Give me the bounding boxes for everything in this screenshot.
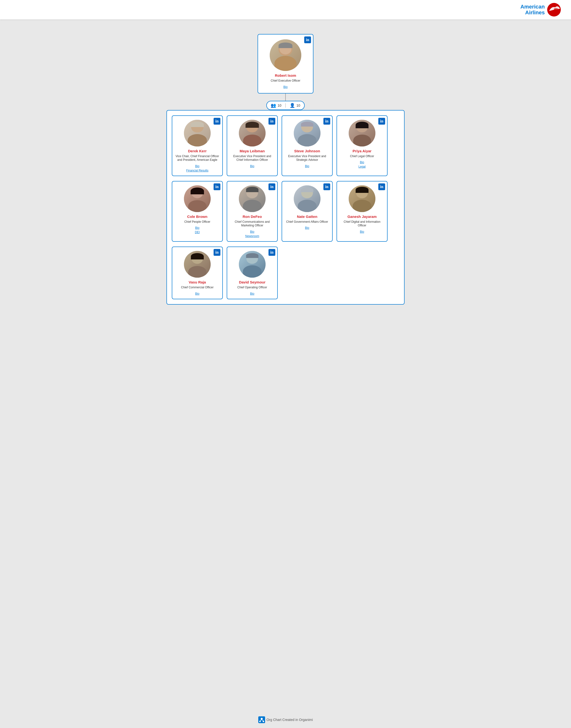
direct-reports-icon: 👥 [271,103,276,108]
title-derek: Vice Chair, Chief Financial Officer and … [175,154,219,162]
bio-link-cole[interactable]: Bio [195,226,199,230]
bio-link-nate[interactable]: Bio [305,226,309,230]
title-priya: Chief Legal Officer [350,154,374,158]
stats-divider [285,103,286,108]
name-ron: Ron DeFeo [242,215,262,219]
avatar-img-nate [294,185,321,212]
title-david: Chief Operating Officer [237,286,267,289]
name-robert: Robert Isom [275,73,296,78]
bio-link-robert[interactable]: Bio [283,85,288,89]
bio-link-steve[interactable]: Bio [305,164,309,168]
avatar-steve [294,120,321,146]
brand-logo: American Airlines [521,2,561,17]
card-cole: in Cole Brown Chief People Officer Bio D… [172,181,223,242]
title-ron: Chief Communications and Marketing Offic… [230,220,274,228]
rows-container: in Derek Kerr Vice Chair, Chief Financia… [166,110,405,305]
avatar-img-david [239,251,265,278]
top-person-card: in Robert Isom Chief Executive Officer B… [257,34,314,94]
bio-link-derek[interactable]: Bio [195,164,199,168]
org-chart: in Robert Isom Chief Executive Officer B… [0,19,571,334]
linkedin-badge-david[interactable]: in [268,249,275,256]
row-2: in Cole Brown Chief People Officer Bio D… [172,181,399,242]
svg-point-3 [259,721,261,722]
bio-link-ron[interactable]: Bio [250,230,254,233]
aa-logo-icon [547,2,561,17]
newsroom-link-ron[interactable]: Newsroom [245,234,259,238]
total-reports-count: 10 [297,104,300,107]
top-section: in Robert Isom Chief Executive Officer B… [257,34,314,110]
name-cole: Cole Brown [187,215,207,219]
organimi-logo-icon [258,716,265,723]
avatar-nate [294,185,321,212]
dei-link-cole[interactable]: DEI [195,231,200,234]
card-vasu: in Vasu Raja Chief Commercial Officer Bi… [172,247,223,299]
title-vasu: Chief Commercial Officer [181,286,214,289]
avatar-cole [184,185,211,212]
linkedin-badge-vasu[interactable]: in [214,249,220,256]
direct-reports-count: 10 [277,104,281,107]
name-maya: Maya Leibman [240,149,264,153]
financial-results-link-derek[interactable]: Financial Results [186,169,208,172]
name-nate: Nate Gatten [297,215,317,219]
avatar-maya [239,120,265,146]
avatar-img-priya [349,120,375,146]
card-priya: in Priya Aiyar Chief Legal Officer Bio L… [337,115,387,176]
avatar-vasu [184,251,211,278]
avatar-david [239,251,265,278]
row-1: in Derek Kerr Vice Chair, Chief Financia… [172,115,399,176]
bio-link-priya[interactable]: Bio [360,160,364,164]
title-maya: Executive Vice President and Chief Infor… [230,154,274,162]
card-ganesh: in Ganesh Jayaram Chief Digital and Info… [337,181,387,242]
linkedin-badge-ron[interactable]: in [268,184,275,190]
avatar-robert [270,39,301,71]
linkedin-badge-robert[interactable]: in [304,36,311,43]
total-reports-stat: 👤 10 [290,103,300,108]
avatar-img-steve [294,120,321,146]
name-derek: Derek Kerr [188,149,207,153]
organimi-brand: Org Chart Created in Organimi [258,716,313,723]
name-priya: Priya Aiyar [353,149,371,153]
linkedin-badge-cole[interactable]: in [214,184,220,190]
card-nate: in Nate Gatten Chief Government Affairs … [281,181,333,242]
avatar-img-ron [239,185,265,212]
avatar-priya [349,120,375,146]
bio-link-ganesh[interactable]: Bio [360,230,364,233]
svg-point-4 [263,721,264,722]
header: American Airlines [0,0,571,19]
avatar-img-cole [184,185,211,212]
name-ganesh: Ganesh Jayaram [347,215,377,219]
name-steve: Steve Johnson [294,149,320,153]
card-steve: in Steve Johnson Executive Vice Presiden… [281,115,333,176]
linkedin-badge-ganesh[interactable]: in [378,184,385,190]
bio-link-maya[interactable]: Bio [250,164,254,168]
linkedin-badge-steve[interactable]: in [323,118,330,125]
avatar-img-derek [184,120,211,146]
card-derek: in Derek Kerr Vice Chair, Chief Financia… [172,115,223,176]
avatar-img-maya [239,120,265,146]
bio-link-david[interactable]: Bio [250,292,254,295]
linkedin-badge-derek[interactable]: in [214,118,220,125]
avatar-ganesh [349,185,375,212]
card-maya: in Maya Leibman Executive Vice President… [227,115,278,176]
linkedin-badge-maya[interactable]: in [268,118,275,125]
linkedin-badge-priya[interactable]: in [378,118,385,125]
card-ron: in Ron DeFeo Chief Communications and Ma… [227,181,278,242]
title-nate: Chief Government Affairs Officer [286,220,328,224]
name-vasu: Vasu Raja [189,280,206,284]
avatar-derek [184,120,211,146]
direct-reports-stat: 👥 10 [271,103,281,108]
avatar-img-robert [270,39,301,71]
legal-link-priya[interactable]: Legal [358,165,365,168]
avatar-img-vasu [184,251,211,278]
name-david: David Seymour [239,280,265,284]
v-line-stats [285,94,286,101]
title-robert: Chief Executive Officer [271,79,300,83]
title-ganesh: Chief Digital and Information Officer [340,220,384,228]
footer: Org Chart Created in Organimi [0,716,571,723]
row-3: in Vasu Raja Chief Commercial Officer Bi… [172,247,399,299]
bio-link-vasu[interactable]: Bio [195,292,199,295]
title-cole: Chief People Officer [184,220,210,224]
footer-text: Org Chart Created in Organimi [266,718,313,722]
linkedin-badge-nate[interactable]: in [323,184,330,190]
brand-name: American Airlines [521,4,545,16]
